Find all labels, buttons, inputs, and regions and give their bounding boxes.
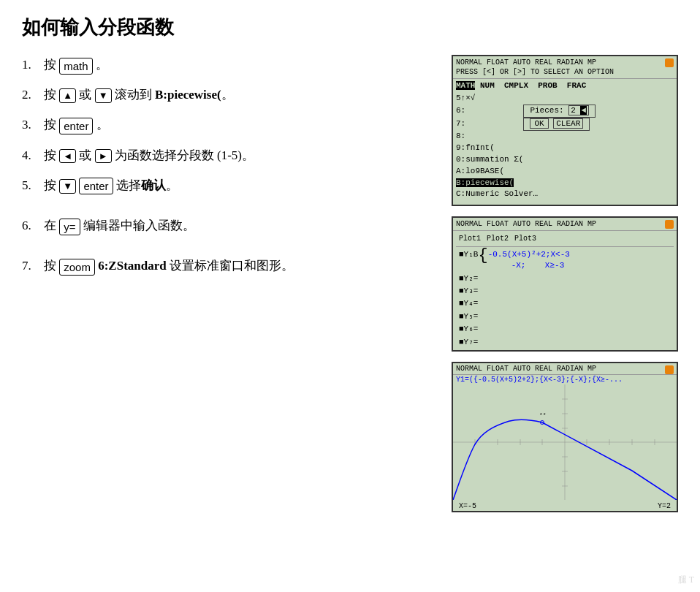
main-layout: 1. 按 math 。 2. 按 ▲ 或 ▼ 滚动到 B:piecewise(。… <box>22 55 678 512</box>
plot1: Plot1 <box>459 234 481 245</box>
step-4-content: 按 ◄ 或 ► 为函数选择分段数 (1-5)。 <box>44 145 437 165</box>
step-1: 1. 按 math 。 <box>22 55 437 75</box>
y5-row: ■Y₅= <box>456 311 674 323</box>
page-title: 如何输入分段函数 <box>22 15 678 40</box>
svg-text:**: ** <box>539 411 547 418</box>
right-arrow-key[interactable]: ► <box>95 149 112 164</box>
zoom-key[interactable]: zoom <box>59 259 95 276</box>
screen-1: NORMAL FLOAT AUTO REAL RADIAN MP PRESS [… <box>452 55 678 206</box>
screen-2: NORMAL FLOAT AUTO REAL RADIAN MP Plot1 P… <box>452 216 678 352</box>
screen3-formula: Y1=({-0.5(X+5)2+2};{X<-3};{-X};{X≥-... <box>453 375 677 384</box>
step-1-content: 按 math 。 <box>44 55 437 75</box>
step-7: 7. 按 zoom 6:ZStandard 设置标准窗口和图形。 <box>22 256 437 276</box>
graph-labels: X=-5 Y=2 <box>453 501 677 511</box>
piecewise-label: B:piecewise( <box>155 88 221 102</box>
screen3-header: NORMAL FLOAT AUTO REAL RADIAN MP <box>453 363 677 375</box>
step-7-content: 按 zoom 6:ZStandard 设置标准窗口和图形。 <box>44 256 437 276</box>
step-3: 3. 按 enter 。 <box>22 115 437 134</box>
orange-indicator-2 <box>665 220 674 229</box>
zstandard-label: 6:ZStandard <box>98 259 167 273</box>
plot2: Plot2 <box>487 234 509 245</box>
graph-svg: ** <box>453 384 677 500</box>
y1-value: -0.5(X+5)²+2;X<-3 -X; X≥-3 <box>488 249 570 272</box>
y2-row: ■Y₂= <box>456 273 674 285</box>
math-tab-highlight: MATH <box>456 81 475 90</box>
y6-row: ■Y₆= <box>456 323 674 335</box>
y1-label: Y₁B <box>464 249 479 260</box>
graph-canvas: ** <box>453 384 677 501</box>
step-2-content: 按 ▲ 或 ▼ 滚动到 B:piecewise(。 <box>44 85 437 105</box>
screen1-header: NORMAL FLOAT AUTO REAL RADIAN MP PRESS [… <box>453 56 677 79</box>
screen1-lineB: B:piecewise( <box>456 178 674 189</box>
step-5: 5. 按 ▼ enter 选择确认。 <box>22 175 437 195</box>
screen-3: NORMAL FLOAT AUTO REAL RADIAN MP Y1=({-0… <box>452 362 678 512</box>
steps-column: 1. 按 math 。 2. 按 ▲ 或 ▼ 滚动到 B:piecewise(。… <box>22 55 437 512</box>
step-1-num: 1. <box>22 55 44 75</box>
enter-key[interactable]: enter <box>59 118 93 134</box>
step-4-num: 4. <box>22 145 44 165</box>
step-3-content: 按 enter 。 <box>44 115 437 134</box>
step-6-num: 6. <box>22 216 44 235</box>
screens-column: NORMAL FLOAT AUTO REAL RADIAN MP PRESS [… <box>452 55 678 512</box>
screen1-header2: PRESS [<] OR [>] TO SELECT AN OPTION <box>456 67 674 77</box>
screen1-lineA: A:lo9BASE( <box>456 166 674 178</box>
step-2-num: 2. <box>22 85 44 105</box>
screen1-line9: 9:fnInt( <box>456 143 674 154</box>
y3-row: ■Y₃= <box>456 285 674 297</box>
piecewise-highlight: B:piecewise( <box>456 178 514 187</box>
y7-row: ■Y₇= <box>456 336 674 349</box>
x-label: X=-5 <box>459 502 476 510</box>
step-5-content: 按 ▼ enter 选择确认。 <box>44 175 437 195</box>
screen1-header1: NORMAL FLOAT AUTO REAL RADIAN MP <box>456 58 674 67</box>
screen2-header: NORMAL FLOAT AUTO REAL RADIAN MP <box>453 218 677 231</box>
screen1-lineC: C:Numeric Solver… <box>456 189 674 200</box>
step-3-num: 3. <box>22 115 44 134</box>
y-equals-key[interactable]: y= <box>59 219 80 235</box>
screen1-line7: 7: OK CLEAR <box>456 118 674 131</box>
screen1-pre: 5↑×√ <box>456 93 674 105</box>
step-6: 6. 在 y= 编辑器中输入函数。 <box>22 216 437 235</box>
y-label: Y=2 <box>658 502 671 510</box>
screen2-header-text: NORMAL FLOAT AUTO REAL RADIAN MP <box>456 219 674 229</box>
down-arrow-key-2[interactable]: ▼ <box>59 179 76 194</box>
screen2-body: Plot1 Plot2 Plot3 ■ Y₁B { -0.5(X+5)²+2;X… <box>453 231 677 350</box>
screen1-line8: 8: <box>456 131 674 143</box>
y1-row: ■ Y₁B { -0.5(X+5)²+2;X<-3 -X; X≥-3 <box>456 248 674 273</box>
up-arrow-key[interactable]: ▲ <box>59 88 76 103</box>
plot3: Plot3 <box>514 234 536 245</box>
screen1-line0: 0:summation Σ( <box>456 154 674 166</box>
step-7-num: 7. <box>22 256 44 276</box>
down-arrow-key[interactable]: ▼ <box>95 88 112 103</box>
screen1-body: MATH NUM CMPLX PROB FRAC 5↑×√ 6: Pieces:… <box>453 79 677 202</box>
left-arrow-key[interactable]: ◄ <box>59 149 76 164</box>
screen1-line6: 6: Pieces: 2 ◄ <box>456 105 674 118</box>
screen1-tabs: MATH NUM CMPLX PROB FRAC <box>456 80 674 92</box>
plots-row: Plot1 Plot2 Plot3 <box>456 232 674 247</box>
step-5-num: 5. <box>22 175 44 195</box>
confirm-label: 确认 <box>141 178 166 192</box>
step-4: 4. 按 ◄ 或 ► 为函数选择分段数 (1-5)。 <box>22 145 437 165</box>
y1-color: ■ <box>459 249 464 260</box>
y1-brace: { <box>478 248 487 264</box>
orange-indicator <box>665 58 674 67</box>
enter-key-2[interactable]: enter <box>79 178 113 194</box>
y4-row: ■Y₄= <box>456 297 674 310</box>
orange-indicator-3 <box>665 365 674 374</box>
math-key[interactable]: math <box>59 58 92 75</box>
step-2: 2. 按 ▲ 或 ▼ 滚动到 B:piecewise(。 <box>22 85 437 105</box>
step-6-content: 在 y= 编辑器中输入函数。 <box>44 216 437 235</box>
watermark: 腿 T <box>678 574 694 586</box>
